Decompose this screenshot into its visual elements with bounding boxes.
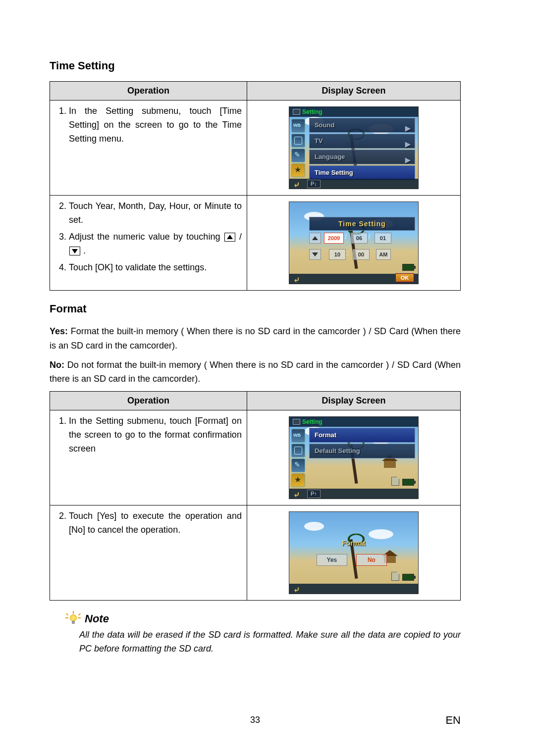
setting-icon (291, 473, 305, 487)
th-operation: Operation (50, 392, 247, 410)
heading-time-setting: Time Setting (50, 59, 461, 72)
effect-icon (291, 149, 305, 162)
setting-icon (291, 163, 305, 177)
back-icon[interactable]: ⤶ (293, 490, 300, 499)
screenshot-format-dialog: Format Yes No ⤶ (289, 511, 419, 594)
language-code: EN (445, 714, 461, 727)
battery-icon (402, 264, 414, 271)
format-yes-text: Yes: Format the built-in memory ( When t… (50, 324, 461, 353)
time-setting-title: Time Setting (309, 217, 415, 231)
up-arrow-button[interactable] (309, 233, 321, 244)
chevron-right-icon: ▶ (405, 153, 411, 167)
th-display-screen: Display Screen (247, 82, 460, 101)
yes-button[interactable]: Yes (317, 554, 347, 566)
year-field[interactable]: 2009 (324, 233, 344, 244)
ampm-field[interactable]: AM (376, 249, 391, 260)
back-icon[interactable]: ⤶ (293, 180, 300, 189)
menu-item-format[interactable]: Format (309, 428, 415, 443)
back-icon[interactable]: ⤶ (293, 585, 300, 594)
ts-step-4: Touch [OK] to validate the settings. (69, 261, 242, 275)
menu-item-default-setting[interactable]: Default Setting (309, 444, 415, 458)
menu-title: Setting (289, 417, 418, 427)
no-button[interactable]: No (356, 554, 387, 566)
th-display-screen: Display Screen (247, 392, 460, 410)
page-indicator[interactable]: P↓ (307, 180, 321, 188)
page-number: 33 (50, 715, 461, 725)
wb-icon (291, 119, 305, 133)
table-format: Operation Display Screen In the Setting … (50, 391, 461, 601)
note-heading: Note (67, 612, 461, 625)
menu-item-tv[interactable]: TV▶ (309, 134, 415, 149)
fmt-step-2: Touch [Yes] to execute the operation and… (69, 509, 242, 537)
effect-icon (291, 458, 305, 472)
lightbulb-icon (67, 612, 80, 625)
day-field[interactable]: 01 (374, 233, 391, 244)
minute-field[interactable]: 00 (353, 249, 370, 260)
down-arrow-icon (69, 247, 80, 255)
hour-field[interactable]: 10 (329, 249, 346, 260)
menu-item-time-setting[interactable]: Time Setting (309, 165, 415, 180)
sdcard-icon (391, 572, 399, 581)
month-field[interactable]: 06 (351, 233, 368, 244)
fmt-step-1: In the Setting submenu, touch [Format] o… (69, 414, 242, 456)
ts-step-2: Touch Year, Month, Day, Hour, or Minute … (69, 200, 242, 227)
window-icon (293, 109, 300, 115)
ts-step-3: Adjust the numeric value by touching / . (69, 230, 242, 258)
up-arrow-icon (224, 233, 235, 242)
menu-item-language[interactable]: Language▶ (309, 150, 415, 164)
wb-icon (291, 429, 305, 443)
th-operation: Operation (50, 82, 247, 101)
screenshot-format-menu: Setting Format Default Setting ⤶ (289, 416, 419, 499)
format-no-text: No: Do not format the built-in memory ( … (50, 358, 461, 387)
scene-icon (291, 134, 305, 148)
down-arrow-button[interactable] (309, 249, 321, 260)
page-indicator[interactable]: P↑ (307, 490, 321, 498)
window-icon (293, 419, 300, 425)
ok-button[interactable]: OK (395, 273, 414, 282)
back-icon[interactable]: ⤶ (293, 275, 300, 284)
battery-icon (402, 574, 414, 581)
sdcard-icon (391, 477, 399, 486)
scene-icon (291, 444, 305, 457)
menu-item-sound[interactable]: Sound▶ (309, 118, 415, 133)
screenshot-setting-menu: Setting Sound▶ TV▶ Language▶ Time Settin… (289, 106, 419, 189)
chevron-right-icon: ▶ (405, 137, 411, 151)
note-text: All the data will be erased if the SD ca… (79, 628, 461, 656)
battery-icon (402, 479, 414, 486)
table-time-setting: Operation Display Screen In the Setting … (50, 81, 461, 291)
dialog-title: Format (309, 539, 398, 547)
screenshot-time-setting: Time Setting 2009 / 06 / 01 10 : 00 AM (289, 202, 419, 284)
ts-step-1: In the Setting submenu, touch [Time Sett… (69, 104, 242, 146)
chevron-right-icon: ▶ (405, 121, 411, 135)
menu-title: Setting (289, 107, 418, 117)
heading-format: Format (50, 302, 461, 315)
